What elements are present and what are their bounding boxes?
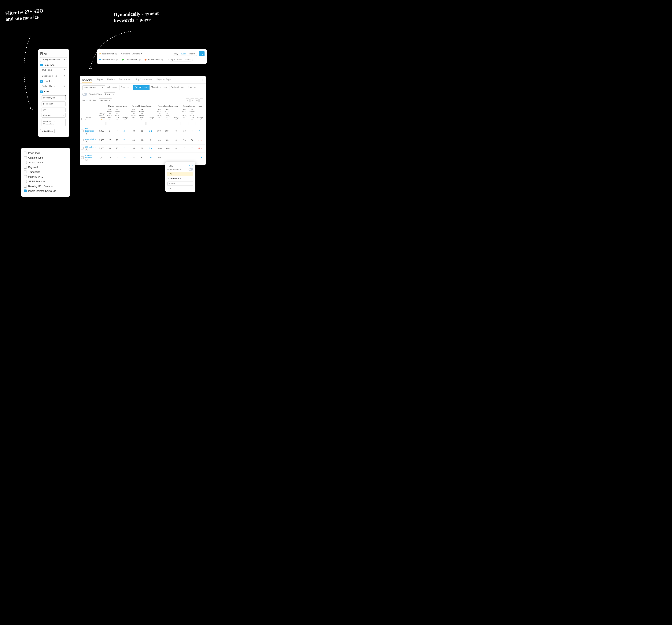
checkbox[interactable]: [24, 175, 27, 178]
search-button[interactable]: [199, 51, 205, 56]
col-wk2[interactable]: Wk Ended on 06/05, 2021◇: [113, 108, 121, 121]
col-filter-input[interactable]: [189, 122, 195, 125]
checkbox[interactable]: [24, 170, 27, 173]
expand-icon[interactable]: ▾: [85, 159, 88, 162]
rank-checkbox[interactable]: ✓: [40, 91, 43, 93]
col-filter-input[interactable]: [121, 122, 129, 125]
status-pill-new[interactable]: New 147: [120, 86, 134, 90]
col-filter-input[interactable]: [196, 122, 204, 125]
checklist-item[interactable]: Translation: [24, 170, 67, 174]
col-filter-input[interactable]: [181, 122, 188, 125]
col-filter-input[interactable]: [114, 122, 120, 125]
location-select[interactable]: National Level ▼: [40, 84, 67, 88]
col-wk1[interactable]: Wk Ended on 01/16, 2021◇: [106, 108, 113, 121]
checkbox[interactable]: [24, 166, 27, 169]
compare-domain-chip[interactable]: domain3.com ⊗: [145, 58, 165, 61]
col-wk2[interactable]: Wk Ended on 06/05, 2021◇: [188, 108, 196, 121]
checkbox[interactable]: [24, 156, 27, 159]
tab-folders[interactable]: Folders: [107, 78, 115, 82]
checklist-item[interactable]: Content Type: [24, 155, 67, 160]
row-checkbox[interactable]: [81, 147, 84, 149]
multiple-choice-toggle[interactable]: [189, 168, 193, 170]
col-wk1[interactable]: Wk Ended on 01/16, 2021◇: [155, 108, 164, 121]
checklist-item[interactable]: Ranking URL: [24, 174, 67, 179]
remove-chip-icon[interactable]: ⊗: [161, 58, 164, 61]
caret-down-icon[interactable]: ⌄: [86, 99, 88, 102]
checklist-item[interactable]: ✓Ignore Deleted Keywords: [24, 189, 67, 193]
compare-domain-chip[interactable]: domain2.com ⊗: [122, 58, 143, 61]
tab-subdomains[interactable]: Subdomains: [119, 78, 132, 82]
close-icon[interactable]: ×: [65, 94, 66, 97]
time-toggle[interactable]: Day Week Month: [173, 52, 197, 56]
checkbox[interactable]: [24, 161, 27, 164]
rank-type-select[interactable]: True Rank ▼: [40, 68, 67, 72]
copy-button[interactable]: ⧉: [195, 98, 199, 102]
time-day[interactable]: Day: [173, 52, 180, 55]
rank-select[interactable]: Rank ▾: [104, 92, 115, 96]
rank-daterange-input[interactable]: 06/06/2021 - 06/12/2021: [42, 119, 66, 126]
checklist-item[interactable]: Ranking URL Features: [24, 184, 67, 189]
domain-select[interactable]: seoclarity.net ▼: [82, 86, 105, 90]
expand-icon[interactable]: ▾: [85, 148, 88, 151]
col-change[interactable]: Change◇: [196, 108, 205, 121]
keyword-link[interactable]: seo optimizer: [85, 138, 96, 140]
expand-icon[interactable]: ▾: [85, 140, 88, 143]
checklist-item[interactable]: Page Tags: [24, 151, 67, 155]
col-filter-input[interactable]: [98, 122, 105, 125]
col-wk2[interactable]: Wk Ended on 06/05, 2021◇: [164, 108, 171, 121]
entries-count[interactable]: 50: [82, 99, 85, 101]
col-filter-input[interactable]: [164, 122, 171, 125]
col-wk1[interactable]: Wk Ended on 01/16, 2021◇: [129, 108, 138, 121]
status-pills[interactable]: All 1,026New 147Gained 356Maintained 140…: [106, 85, 198, 90]
prev-button[interactable]: ◂: [186, 98, 190, 102]
keyword-link[interactable]: meta description: [85, 127, 94, 132]
remove-chip-icon[interactable]: ⊗: [115, 52, 117, 55]
col-wk1[interactable]: Wk Ended on 01/16, 2021◇: [181, 108, 188, 121]
checkbox[interactable]: [24, 180, 27, 183]
col-filter-input[interactable]: [106, 122, 113, 125]
rank-range-type-select[interactable]: Custom ⌄: [42, 113, 66, 118]
checklist-item[interactable]: SERP Features: [24, 179, 67, 184]
tab-keyword-tags[interactable]: Keyword Tags: [157, 78, 171, 82]
tab-keywords[interactable]: Keywords: [82, 79, 92, 83]
status-pill-all[interactable]: All 1,026: [106, 86, 120, 90]
input-domain-field[interactable]: Input Domain / Folder: [168, 58, 193, 62]
row-checkbox[interactable]: [81, 156, 84, 159]
download-button[interactable]: ⭳: [199, 98, 203, 102]
edit-icon[interactable]: ✎: [189, 164, 190, 167]
action-select[interactable]: - Action - ▼: [99, 98, 112, 102]
rank-value-input[interactable]: 30: [42, 107, 66, 112]
apply-saved-filter-select[interactable]: - Apply Saved Filter - ▼: [40, 57, 67, 62]
keyword-link[interactable]: 301 redirects: [85, 146, 96, 148]
col-filter-input[interactable]: [146, 122, 155, 125]
select-all-checkbox[interactable]: [81, 118, 84, 120]
col-filter-input[interactable]: [130, 122, 137, 125]
add-tab-button[interactable]: +: [201, 78, 203, 82]
tag-search-input[interactable]: [167, 182, 193, 186]
keyword-link[interactable]: what is a backlink: [85, 154, 92, 159]
status-pill-lost[interactable]: Lost 0: [187, 86, 198, 90]
add-filter-button[interactable]: + Add Filter: [40, 129, 55, 133]
checklist-item[interactable]: Search Intent: [24, 160, 67, 165]
col-filter-input[interactable]: [172, 122, 180, 125]
time-month[interactable]: Month: [188, 52, 197, 55]
status-pill-maintained[interactable]: Maintained 140: [150, 86, 169, 90]
col-keyword[interactable]: Keyword ◇: [84, 108, 97, 121]
checklist-item[interactable]: Keyword: [24, 165, 67, 170]
trended-view-toggle[interactable]: [82, 93, 87, 96]
status-pill-gained[interactable]: Gained 356: [134, 86, 150, 90]
tag-untagged-option[interactable]: - Untagged -: [167, 176, 193, 180]
col-change[interactable]: Change◇: [146, 108, 155, 121]
col-avg-volume[interactable]: Average Search Volume▼: [97, 108, 106, 121]
compare-domain-chip[interactable]: domain1.com ⊗: [99, 58, 120, 61]
remove-chip-icon[interactable]: ⊗: [139, 58, 141, 61]
time-week[interactable]: Week: [180, 52, 188, 55]
row-checkbox[interactable]: [81, 139, 84, 141]
tab-top-competitors[interactable]: Top Competitors: [136, 78, 152, 82]
tab-pages[interactable]: Pages: [97, 78, 103, 82]
col-change[interactable]: Change◇: [121, 108, 129, 121]
checkbox[interactable]: [24, 151, 27, 154]
status-pill-declined[interactable]: Declined 383: [169, 86, 187, 90]
col-filter-input[interactable]: [138, 122, 145, 125]
tag-all-option[interactable]: - All -: [167, 172, 193, 176]
